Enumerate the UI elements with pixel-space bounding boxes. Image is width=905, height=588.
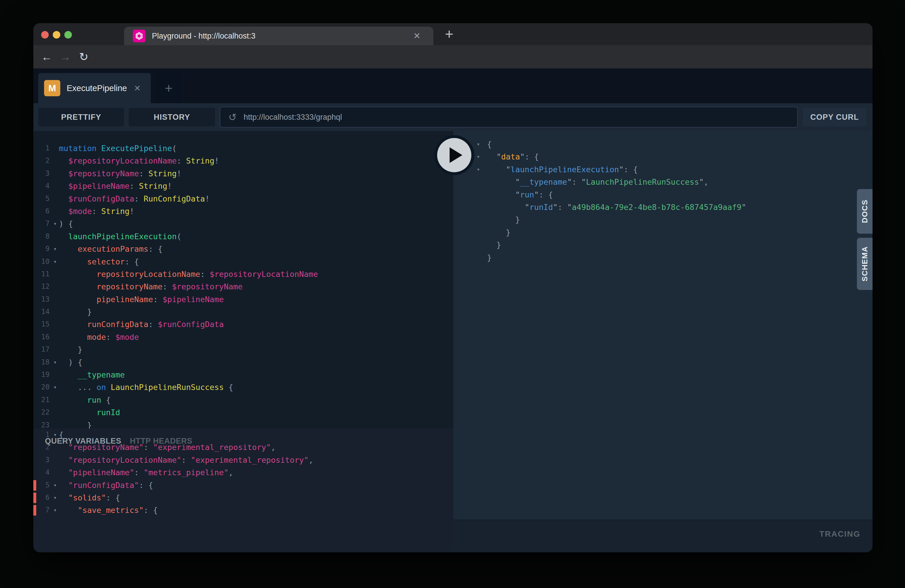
line-number: 17 <box>33 343 51 356</box>
fold-gutter <box>51 192 59 205</box>
query-code-line[interactable]: 6 $mode: String! <box>33 205 453 218</box>
line-number: 11 <box>33 268 51 280</box>
forward-icon[interactable]: → <box>56 51 75 63</box>
fold-arrow-icon[interactable]: ▾ <box>51 356 59 369</box>
query-code-line[interactable]: 16 mode: $mode <box>33 331 453 343</box>
query-code-line[interactable]: 15 runConfigData: $runConfigData <box>33 318 453 331</box>
reload-icon[interactable]: ↻ <box>75 51 93 63</box>
fold-gutter <box>51 343 59 356</box>
copy-curl-button[interactable]: COPY CURL <box>803 108 866 126</box>
playground-header: M ExecutePipeline ✕ + ⚙ <box>33 68 873 103</box>
browser-toolbar: ← → ↻ i localhost:3333/graphql Guest ⋮ <box>33 45 873 68</box>
code-text: repositoryLocationName: $repositoryLocat… <box>59 268 453 280</box>
code-text: $runConfigData: RunConfigData! <box>59 192 453 205</box>
response-line: "run": { <box>470 189 873 201</box>
variables-code-line[interactable]: 2 "repositoryName": "experimental_reposi… <box>33 441 453 453</box>
query-code-line[interactable]: 22 runId <box>33 406 453 419</box>
response-line: ▾ "data": { <box>470 151 873 163</box>
response-line: } <box>470 251 873 264</box>
playground-new-tab-button[interactable]: + <box>156 73 182 103</box>
query-editor[interactable]: 1mutation ExecutePipeline(2 $repositoryL… <box>33 131 453 429</box>
query-code-line[interactable]: 19 __typename <box>33 369 453 381</box>
query-code-line[interactable]: 21 run { <box>33 394 453 406</box>
fold-gutter <box>470 213 487 226</box>
fold-arrow-icon[interactable]: ▾ <box>51 479 59 491</box>
variables-code-line[interactable]: 6▾ "solids": { <box>33 491 453 504</box>
back-icon[interactable]: ← <box>37 51 56 63</box>
query-code-line[interactable]: 9▾ executionParams: { <box>33 243 453 255</box>
code-text: } <box>487 213 873 226</box>
variables-code-line[interactable]: 4 "pipelineName": "metrics_pipeline", <box>33 466 453 479</box>
query-code-line[interactable]: 8 launchPipelineExecution( <box>33 230 453 243</box>
code-text: __typename <box>59 369 453 381</box>
graphql-favicon-icon <box>133 30 146 42</box>
traffic-close-button[interactable] <box>41 31 49 38</box>
fold-arrow-icon[interactable]: ▾ <box>470 163 487 176</box>
query-code-line[interactable]: 10▾ selector: { <box>33 256 453 268</box>
query-code-line[interactable]: 20▾ ... on LaunchPipelineRunSuccess { <box>33 381 453 393</box>
query-code-line[interactable]: 1mutation ExecutePipeline( <box>33 142 453 154</box>
fold-gutter <box>51 318 59 331</box>
fold-gutter <box>470 201 487 213</box>
fold-gutter <box>51 142 59 154</box>
code-text: ... on LaunchPipelineRunSuccess { <box>59 381 453 393</box>
code-text: $mode: String! <box>59 205 453 218</box>
query-code-line[interactable]: 5 $runConfigData: RunConfigData! <box>33 192 453 205</box>
traffic-minimize-button[interactable] <box>53 31 60 38</box>
fold-arrow-icon[interactable]: ▾ <box>51 491 59 504</box>
response-line: } <box>470 213 873 226</box>
query-code-line[interactable]: 11 repositoryLocationName: $repositoryLo… <box>33 268 453 280</box>
tracing-bar[interactable]: TRACING <box>453 520 873 552</box>
line-number: 3 <box>33 167 51 180</box>
fold-arrow-icon[interactable]: ▾ <box>51 218 59 230</box>
query-code-line[interactable]: 3 $repositoryName: String! <box>33 167 453 180</box>
query-code-line[interactable]: 17 } <box>33 343 453 356</box>
line-number: 20 <box>33 381 51 393</box>
line-number: 21 <box>33 394 51 406</box>
history-button[interactable]: HISTORY <box>129 108 215 126</box>
variables-code-line[interactable]: 7▾ "save_metrics": { <box>33 504 453 516</box>
play-icon <box>449 147 462 163</box>
variables-code-line[interactable]: 3 "repositoryLocationName": "experimenta… <box>33 454 453 466</box>
fold-gutter <box>51 441 59 453</box>
query-variables-panel[interactable]: QUERY VARIABLES HTTP HEADERS 1▾{2 "repos… <box>33 429 453 552</box>
query-code-line[interactable]: 13 pipelineName: $pipelineName <box>33 293 453 305</box>
endpoint-input[interactable]: ↺ http://localhost:3333/graphql <box>220 107 798 127</box>
line-number: 6 <box>33 491 51 504</box>
endpoint-url: http://localhost:3333/graphql <box>244 113 342 122</box>
query-code-line[interactable]: 14 } <box>33 305 453 318</box>
fold-gutter <box>51 167 59 180</box>
fold-arrow-icon[interactable]: ▾ <box>51 429 59 441</box>
fold-arrow-icon[interactable]: ▾ <box>51 504 59 516</box>
docs-side-tab[interactable]: DOCS <box>857 189 873 234</box>
code-text: "data": { <box>487 151 873 163</box>
query-code-line[interactable]: 4 $pipelineName: String! <box>33 180 453 192</box>
fold-gutter <box>51 205 59 218</box>
playground-tab-executepipeline[interactable]: M ExecutePipeline ✕ <box>38 73 151 103</box>
undo-icon[interactable]: ↺ <box>229 111 237 123</box>
fold-arrow-icon[interactable]: ▾ <box>51 381 59 393</box>
variables-code-line[interactable]: 1▾{ <box>33 429 453 441</box>
schema-side-tab[interactable]: SCHEMA <box>857 238 873 290</box>
fold-arrow-icon[interactable]: ▾ <box>51 256 59 268</box>
query-code-line[interactable]: 23 } <box>33 419 453 429</box>
execute-button[interactable] <box>434 135 474 175</box>
line-number: 14 <box>33 305 51 318</box>
fold-gutter <box>51 466 59 479</box>
traffic-zoom-button[interactable] <box>64 31 72 38</box>
new-tab-button[interactable]: + <box>445 25 453 42</box>
variables-code-line[interactable]: 5▾ "runConfigData": { <box>33 479 453 491</box>
line-number: 22 <box>33 406 51 419</box>
code-text: mutation ExecutePipeline( <box>59 142 453 154</box>
tab-close-icon[interactable]: ✕ <box>413 31 421 41</box>
code-text: $repositoryLocationName: String! <box>59 154 453 167</box>
query-code-line[interactable]: 18▾ ) { <box>33 356 453 369</box>
fold-arrow-icon[interactable]: ▾ <box>51 243 59 255</box>
query-code-line[interactable]: 7▾) { <box>33 218 453 230</box>
browser-tab[interactable]: Playground - http://localhost:3 ✕ <box>124 27 433 45</box>
playground-tab-close-icon[interactable]: ✕ <box>134 84 141 93</box>
prettify-button[interactable]: PRETTIFY <box>38 108 124 126</box>
response-line: ▾{ <box>470 138 873 151</box>
query-code-line[interactable]: 12 repositoryName: $repositoryName <box>33 280 453 293</box>
query-code-line[interactable]: 2 $repositoryLocationName: String! <box>33 154 453 167</box>
